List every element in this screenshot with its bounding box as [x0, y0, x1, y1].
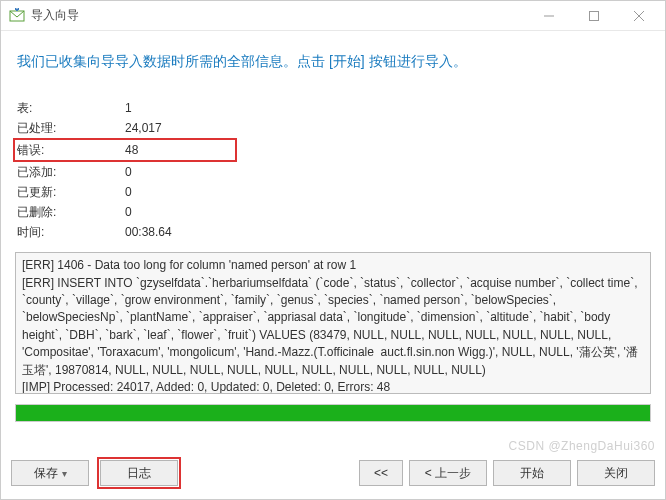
- svg-rect-2: [589, 11, 598, 20]
- log-button-label: 日志: [127, 465, 151, 482]
- footer: 保存 ▾ 日志 << < 上一步 开始 关闭: [1, 449, 665, 499]
- stat-label: 已添加:: [15, 162, 125, 182]
- stat-label: 已处理:: [15, 118, 125, 138]
- minimize-icon: [544, 11, 554, 21]
- stat-label: 错误:: [15, 140, 125, 160]
- save-button[interactable]: 保存 ▾: [11, 460, 89, 486]
- stat-label: 时间:: [15, 222, 125, 242]
- stat-value: 24,017: [125, 118, 205, 138]
- stat-row-table: 表: 1: [15, 98, 651, 118]
- stat-value: 00:38.64: [125, 222, 205, 242]
- start-button-label: 开始: [520, 465, 544, 482]
- close-footer-label: 关闭: [604, 465, 628, 482]
- close-icon: [634, 11, 644, 21]
- prev-button[interactable]: < 上一步: [409, 460, 487, 486]
- log-textarea[interactable]: [ERR] 1406 - Data too long for column 'n…: [15, 252, 651, 394]
- stat-label: 表:: [15, 98, 125, 118]
- start-button[interactable]: 开始: [493, 460, 571, 486]
- stat-row-deleted: 已删除: 0: [15, 202, 651, 222]
- stat-value: 48: [125, 140, 205, 160]
- save-button-label: 保存: [34, 465, 58, 482]
- prev-button-label: < 上一步: [425, 465, 471, 482]
- chevron-down-icon: ▾: [62, 468, 67, 479]
- stat-value: 0: [125, 202, 205, 222]
- stat-label: 已更新:: [15, 182, 125, 202]
- minimize-button[interactable]: [526, 1, 571, 30]
- titlebar: 导入向导: [1, 1, 665, 31]
- errors-highlight: 错误: 48: [13, 138, 237, 162]
- stat-row-errors: 错误: 48: [15, 138, 651, 162]
- stat-value: 0: [125, 182, 205, 202]
- stat-row-time: 时间: 00:38.64: [15, 222, 651, 242]
- log-button[interactable]: 日志: [100, 460, 178, 486]
- intro-text: 我们已收集向导导入数据时所需的全部信息。点击 [开始] 按钮进行导入。: [15, 41, 651, 98]
- log-button-highlight: 日志: [97, 457, 181, 489]
- stat-row-added: 已添加: 0: [15, 162, 651, 182]
- window-title: 导入向导: [31, 7, 526, 24]
- maximize-button[interactable]: [571, 1, 616, 30]
- stat-value: 0: [125, 162, 205, 182]
- first-page-button[interactable]: <<: [359, 460, 403, 486]
- stats-table: 表: 1 已处理: 24,017 错误: 48 已添加: 0 已更新: 0 已删…: [15, 98, 651, 242]
- progress-fill: [16, 405, 650, 421]
- maximize-icon: [589, 11, 599, 21]
- close-footer-button[interactable]: 关闭: [577, 460, 655, 486]
- first-page-label: <<: [374, 466, 388, 480]
- stat-label: 已删除:: [15, 202, 125, 222]
- window-controls: [526, 1, 661, 30]
- app-icon: [9, 8, 25, 24]
- progress-bar: [15, 404, 651, 422]
- stat-row-updated: 已更新: 0: [15, 182, 651, 202]
- stat-row-processed: 已处理: 24,017: [15, 118, 651, 138]
- close-button[interactable]: [616, 1, 661, 30]
- stat-value: 1: [125, 98, 205, 118]
